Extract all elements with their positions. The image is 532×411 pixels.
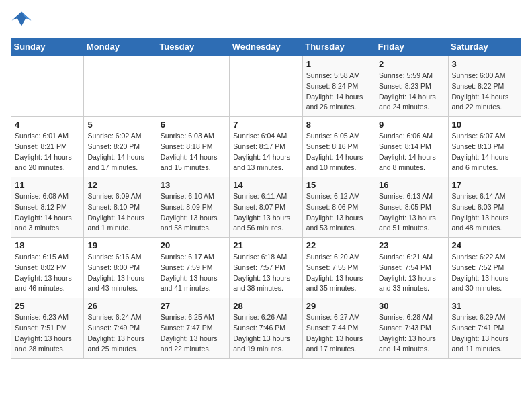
day-info: Sunrise: 6:04 AM Sunset: 8:17 PM Dayligh… bbox=[233, 131, 298, 173]
calendar-day-cell: 3Sunrise: 6:00 AM Sunset: 8:22 PM Daylig… bbox=[448, 56, 521, 117]
day-info: Sunrise: 6:00 AM Sunset: 8:22 PM Dayligh… bbox=[452, 71, 517, 113]
day-number: 29 bbox=[306, 301, 371, 311]
page-header bbox=[11, 11, 521, 30]
calendar-day-cell: 6Sunrise: 6:03 AM Sunset: 8:18 PM Daylig… bbox=[157, 117, 229, 177]
calendar-day-cell: 31Sunrise: 6:29 AM Sunset: 7:41 PM Dayli… bbox=[448, 298, 521, 359]
calendar-day-cell: 25Sunrise: 6:23 AM Sunset: 7:51 PM Dayli… bbox=[11, 298, 84, 359]
day-number: 22 bbox=[306, 240, 371, 250]
calendar-week-row: 11Sunrise: 6:08 AM Sunset: 8:12 PM Dayli… bbox=[11, 177, 521, 238]
calendar-day-cell: 19Sunrise: 6:16 AM Sunset: 8:00 PM Dayli… bbox=[84, 238, 157, 298]
calendar-day-cell bbox=[84, 56, 157, 117]
day-info: Sunrise: 6:10 AM Sunset: 8:09 PM Dayligh… bbox=[161, 191, 226, 234]
day-number: 3 bbox=[452, 59, 517, 69]
day-number: 18 bbox=[15, 240, 80, 250]
weekday-header: Monday bbox=[84, 38, 157, 56]
day-info: Sunrise: 6:25 AM Sunset: 7:47 PM Dayligh… bbox=[161, 312, 226, 355]
day-number: 10 bbox=[452, 120, 517, 130]
day-number: 26 bbox=[87, 301, 152, 311]
weekday-header: Wednesday bbox=[230, 38, 302, 56]
weekday-header: Friday bbox=[375, 38, 448, 56]
calendar-day-cell: 5Sunrise: 6:02 AM Sunset: 8:20 PM Daylig… bbox=[84, 117, 157, 177]
day-info: Sunrise: 6:12 AM Sunset: 8:06 PM Dayligh… bbox=[306, 191, 371, 234]
day-number: 4 bbox=[15, 120, 80, 130]
calendar-day-cell: 11Sunrise: 6:08 AM Sunset: 8:12 PM Dayli… bbox=[11, 177, 84, 238]
weekday-header: Tuesday bbox=[157, 38, 229, 56]
calendar-day-cell bbox=[11, 56, 84, 117]
calendar-day-cell: 26Sunrise: 6:24 AM Sunset: 7:49 PM Dayli… bbox=[84, 298, 157, 359]
day-info: Sunrise: 6:23 AM Sunset: 7:51 PM Dayligh… bbox=[15, 312, 80, 355]
day-info: Sunrise: 6:13 AM Sunset: 8:05 PM Dayligh… bbox=[379, 191, 444, 234]
day-info: Sunrise: 6:11 AM Sunset: 8:07 PM Dayligh… bbox=[233, 191, 298, 234]
day-number: 16 bbox=[379, 180, 444, 190]
day-info: Sunrise: 6:29 AM Sunset: 7:41 PM Dayligh… bbox=[452, 312, 517, 355]
calendar-day-cell: 21Sunrise: 6:18 AM Sunset: 7:57 PM Dayli… bbox=[230, 238, 302, 298]
calendar-day-cell: 10Sunrise: 6:07 AM Sunset: 8:13 PM Dayli… bbox=[448, 117, 521, 177]
day-info: Sunrise: 5:58 AM Sunset: 8:24 PM Dayligh… bbox=[306, 71, 371, 113]
calendar-day-cell: 24Sunrise: 6:22 AM Sunset: 7:52 PM Dayli… bbox=[448, 238, 521, 298]
day-number: 5 bbox=[87, 120, 152, 130]
calendar-week-row: 4Sunrise: 6:01 AM Sunset: 8:21 PM Daylig… bbox=[11, 117, 521, 177]
day-info: Sunrise: 6:26 AM Sunset: 7:46 PM Dayligh… bbox=[233, 312, 298, 355]
day-number: 23 bbox=[379, 240, 444, 250]
calendar-day-cell: 9Sunrise: 6:06 AM Sunset: 8:14 PM Daylig… bbox=[375, 117, 448, 177]
day-number: 11 bbox=[15, 180, 80, 190]
day-number: 17 bbox=[452, 180, 517, 190]
day-number: 21 bbox=[233, 240, 298, 250]
day-number: 1 bbox=[306, 59, 371, 69]
logo-icon bbox=[11, 11, 32, 30]
calendar-day-cell: 1Sunrise: 5:58 AM Sunset: 8:24 PM Daylig… bbox=[302, 56, 375, 117]
day-number: 20 bbox=[161, 240, 226, 250]
day-info: Sunrise: 6:17 AM Sunset: 7:59 PM Dayligh… bbox=[161, 252, 226, 294]
calendar-header-row: SundayMondayTuesdayWednesdayThursdayFrid… bbox=[11, 38, 521, 56]
day-number: 15 bbox=[306, 180, 371, 190]
day-info: Sunrise: 6:06 AM Sunset: 8:14 PM Dayligh… bbox=[379, 131, 444, 173]
day-number: 13 bbox=[161, 180, 226, 190]
calendar-day-cell: 22Sunrise: 6:20 AM Sunset: 7:55 PM Dayli… bbox=[302, 238, 375, 298]
calendar-day-cell: 4Sunrise: 6:01 AM Sunset: 8:21 PM Daylig… bbox=[11, 117, 84, 177]
day-info: Sunrise: 6:27 AM Sunset: 7:44 PM Dayligh… bbox=[306, 312, 371, 355]
day-info: Sunrise: 6:20 AM Sunset: 7:55 PM Dayligh… bbox=[306, 252, 371, 294]
day-info: Sunrise: 6:16 AM Sunset: 8:00 PM Dayligh… bbox=[87, 252, 152, 294]
calendar-day-cell: 30Sunrise: 6:28 AM Sunset: 7:43 PM Dayli… bbox=[375, 298, 448, 359]
calendar-day-cell: 23Sunrise: 6:21 AM Sunset: 7:54 PM Dayli… bbox=[375, 238, 448, 298]
calendar-week-row: 18Sunrise: 6:15 AM Sunset: 8:02 PM Dayli… bbox=[11, 238, 521, 298]
day-info: Sunrise: 6:28 AM Sunset: 7:43 PM Dayligh… bbox=[379, 312, 444, 355]
day-number: 8 bbox=[306, 120, 371, 130]
day-info: Sunrise: 6:09 AM Sunset: 8:10 PM Dayligh… bbox=[87, 191, 152, 234]
day-info: Sunrise: 6:24 AM Sunset: 7:49 PM Dayligh… bbox=[87, 312, 152, 355]
day-number: 2 bbox=[379, 59, 444, 69]
calendar-day-cell: 27Sunrise: 6:25 AM Sunset: 7:47 PM Dayli… bbox=[157, 298, 229, 359]
day-info: Sunrise: 6:14 AM Sunset: 8:03 PM Dayligh… bbox=[452, 191, 517, 234]
day-number: 14 bbox=[233, 180, 298, 190]
calendar-day-cell: 20Sunrise: 6:17 AM Sunset: 7:59 PM Dayli… bbox=[157, 238, 229, 298]
calendar-week-row: 25Sunrise: 6:23 AM Sunset: 7:51 PM Dayli… bbox=[11, 298, 521, 359]
calendar-day-cell: 12Sunrise: 6:09 AM Sunset: 8:10 PM Dayli… bbox=[84, 177, 157, 238]
day-number: 7 bbox=[233, 120, 298, 130]
day-number: 25 bbox=[15, 301, 80, 311]
day-number: 31 bbox=[452, 301, 517, 311]
logo bbox=[11, 11, 35, 30]
calendar-week-row: 1Sunrise: 5:58 AM Sunset: 8:24 PM Daylig… bbox=[11, 56, 521, 117]
day-number: 27 bbox=[161, 301, 226, 311]
day-number: 30 bbox=[379, 301, 444, 311]
calendar-day-cell: 28Sunrise: 6:26 AM Sunset: 7:46 PM Dayli… bbox=[230, 298, 302, 359]
calendar-day-cell: 17Sunrise: 6:14 AM Sunset: 8:03 PM Dayli… bbox=[448, 177, 521, 238]
day-number: 19 bbox=[87, 240, 152, 250]
weekday-header: Thursday bbox=[302, 38, 375, 56]
day-info: Sunrise: 6:21 AM Sunset: 7:54 PM Dayligh… bbox=[379, 252, 444, 294]
calendar-day-cell: 15Sunrise: 6:12 AM Sunset: 8:06 PM Dayli… bbox=[302, 177, 375, 238]
day-info: Sunrise: 6:01 AM Sunset: 8:21 PM Dayligh… bbox=[15, 131, 80, 173]
weekday-header: Saturday bbox=[448, 38, 521, 56]
day-info: Sunrise: 6:18 AM Sunset: 7:57 PM Dayligh… bbox=[233, 252, 298, 294]
day-info: Sunrise: 6:08 AM Sunset: 8:12 PM Dayligh… bbox=[15, 191, 80, 234]
calendar-day-cell: 18Sunrise: 6:15 AM Sunset: 8:02 PM Dayli… bbox=[11, 238, 84, 298]
calendar-day-cell bbox=[230, 56, 302, 117]
day-info: Sunrise: 6:02 AM Sunset: 8:20 PM Dayligh… bbox=[87, 131, 152, 173]
day-number: 12 bbox=[87, 180, 152, 190]
day-number: 9 bbox=[379, 120, 444, 130]
day-info: Sunrise: 6:22 AM Sunset: 7:52 PM Dayligh… bbox=[452, 252, 517, 294]
calendar-day-cell: 7Sunrise: 6:04 AM Sunset: 8:17 PM Daylig… bbox=[230, 117, 302, 177]
calendar-day-cell: 8Sunrise: 6:05 AM Sunset: 8:16 PM Daylig… bbox=[302, 117, 375, 177]
calendar-day-cell bbox=[157, 56, 229, 117]
day-info: Sunrise: 5:59 AM Sunset: 8:23 PM Dayligh… bbox=[379, 71, 444, 113]
